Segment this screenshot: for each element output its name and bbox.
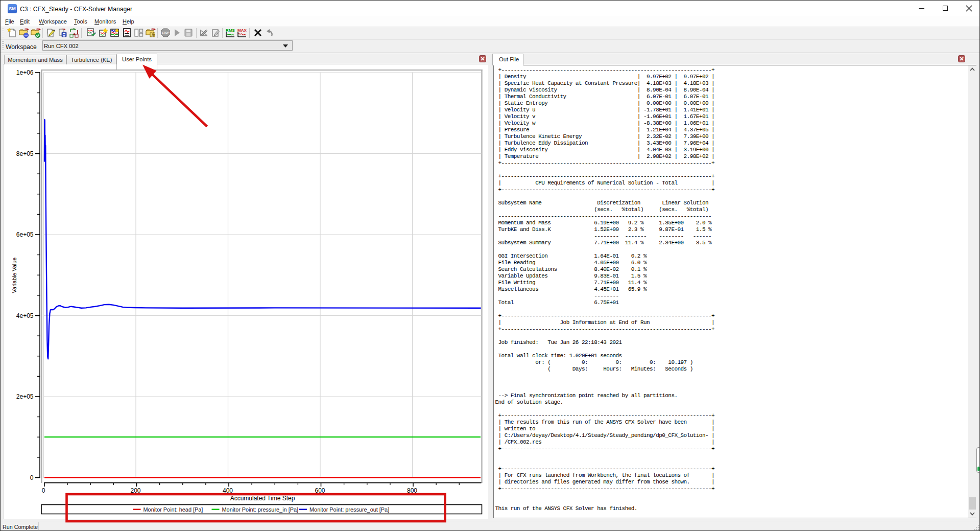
svg-text:4e+05: 4e+05 <box>16 312 34 319</box>
svg-text:Monitor Point: pressure_out [P: Monitor Point: pressure_out [Pa] <box>309 506 389 513</box>
svg-text:Variable Value: Variable Value <box>11 258 17 293</box>
svg-text:200: 200 <box>130 487 140 494</box>
svg-text:8e+05: 8e+05 <box>16 150 34 157</box>
svg-text:0: 0 <box>42 487 45 494</box>
svg-text:Monitor Point: head [Pa]: Monitor Point: head [Pa] <box>144 506 203 513</box>
svg-text:6e+05: 6e+05 <box>16 231 34 238</box>
svg-text:0: 0 <box>30 474 34 481</box>
svg-text:Monitor Point: pressure_in [Pa: Monitor Point: pressure_in [Pa] <box>222 506 299 513</box>
svg-text:2e+05: 2e+05 <box>16 393 34 400</box>
svg-text:800: 800 <box>407 487 417 494</box>
svg-text:Accumulated Time Step: Accumulated Time Step <box>230 495 295 502</box>
svg-text:600: 600 <box>315 487 325 494</box>
svg-text:400: 400 <box>223 487 233 494</box>
svg-text:1e+06: 1e+06 <box>16 69 34 76</box>
